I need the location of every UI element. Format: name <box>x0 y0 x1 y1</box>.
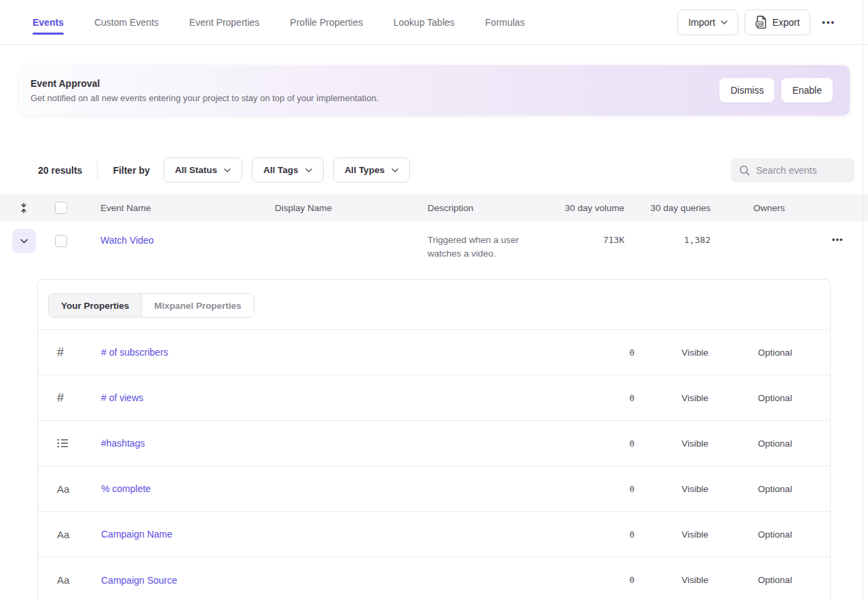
header-description: Description <box>428 203 556 213</box>
types-filter-dropdown[interactable]: All Types <box>333 157 410 183</box>
property-visibility: Visible <box>655 393 735 403</box>
property-value: 0 <box>594 484 655 494</box>
property-value: 0 <box>594 438 655 449</box>
property-value: 0 <box>594 529 655 540</box>
banner-text: Event Approval Get notified on all new e… <box>31 78 379 103</box>
tags-filter-dropdown[interactable]: All Tags <box>252 157 324 183</box>
header-display-name: Display Name <box>275 203 428 213</box>
property-requirement: Optional <box>735 393 815 403</box>
chevron-down-icon <box>721 20 728 24</box>
text-property-icon: Aa <box>57 529 69 540</box>
property-row: # # of subscribers 0 Visible Optional <box>38 330 830 375</box>
results-count: 20 results <box>38 165 82 176</box>
text-property-icon: Aa <box>57 574 69 586</box>
chevron-down-icon <box>20 239 28 244</box>
property-name-link[interactable]: #hashtags <box>101 438 145 449</box>
property-value: 0 <box>594 575 655 585</box>
banner-description: Get notified on all new events entering … <box>31 93 379 103</box>
property-row: # # of views 0 Visible Optional <box>38 375 830 421</box>
filter-dropdowns: All Status All Tags All Types <box>164 157 410 183</box>
collapse-row-button[interactable] <box>12 229 36 253</box>
event-approval-banner: Event Approval Get notified on all new e… <box>19 65 850 115</box>
property-name-link[interactable]: # of subscribers <box>101 347 168 358</box>
row-more-button[interactable]: ••• <box>828 228 848 251</box>
property-list: # # of subscribers 0 Visible Optional # … <box>38 329 830 600</box>
properties-tabs: Your Properties Mixpanel Properties <box>48 293 254 318</box>
events-table-header: Event Name Display Name Description 30 d… <box>0 194 868 221</box>
tab-custom-events[interactable]: Custom Events <box>94 0 159 44</box>
text-property-icon: Aa <box>57 483 69 495</box>
tab-profile-properties[interactable]: Profile Properties <box>290 0 362 44</box>
chevron-down-icon <box>224 168 231 172</box>
top-navigation: Events Custom Events Event Properties Pr… <box>0 0 868 45</box>
search-events-box[interactable] <box>731 158 854 183</box>
property-visibility: Visible <box>655 438 735 449</box>
chevron-down-icon <box>305 168 312 172</box>
search-icon <box>739 165 750 176</box>
property-row: Aa Campaign Source 0 Visible Optional <box>38 557 830 600</box>
property-requirement: Optional <box>735 529 815 540</box>
filters-toolbar: 20 results Filter by All Status All Tags… <box>38 157 854 183</box>
nav-more-button[interactable]: ••• <box>816 10 841 35</box>
banner-title: Event Approval <box>31 78 379 89</box>
property-name-link[interactable]: # of views <box>101 392 143 403</box>
filter-by-label: Filter by <box>113 165 149 176</box>
tab-events[interactable]: Events <box>33 0 64 44</box>
csv-file-icon: csv <box>755 16 767 29</box>
types-filter-value: All Types <box>345 165 385 175</box>
event-name-link[interactable]: Watch Video <box>100 235 154 246</box>
tags-filter-value: All Tags <box>263 165 299 175</box>
tab-event-properties[interactable]: Event Properties <box>189 0 260 44</box>
property-name-link[interactable]: Campaign Source <box>101 575 177 586</box>
property-requirement: Optional <box>735 438 815 449</box>
property-name-link[interactable]: Campaign Name <box>101 529 172 540</box>
lexicon-events-page: Events Custom Events Event Properties Pr… <box>0 0 868 600</box>
property-requirement: Optional <box>735 348 815 358</box>
tab-mixpanel-properties[interactable]: Mixpanel Properties <box>142 294 253 317</box>
property-value: 0 <box>594 348 655 358</box>
dismiss-button[interactable]: Dismiss <box>719 78 774 102</box>
export-button-label: Export <box>772 17 799 28</box>
properties-panel: Your Properties Mixpanel Properties # # … <box>37 279 831 600</box>
nav-actions: Import csv Export ••• <box>677 10 841 35</box>
property-visibility: Visible <box>655 575 735 585</box>
event-description: Triggered when a user watches a video. <box>428 221 553 261</box>
toolbar-divider <box>97 162 98 179</box>
enable-button[interactable]: Enable <box>781 78 833 102</box>
row-checkbox[interactable] <box>55 235 67 247</box>
import-button[interactable]: Import <box>677 10 738 35</box>
property-name-link[interactable]: % complete <box>101 483 151 494</box>
property-row: Aa % complete 0 Visible Optional <box>38 466 830 512</box>
chevron-down-icon <box>392 168 398 172</box>
property-requirement: Optional <box>735 575 815 585</box>
select-all-checkbox[interactable] <box>55 202 67 214</box>
property-row: Aa Campaign Name 0 Visible Optional <box>38 512 830 557</box>
header-event-name: Event Name <box>100 203 275 213</box>
export-button[interactable]: csv Export <box>744 10 810 35</box>
number-property-icon: # <box>57 345 64 360</box>
collapse-all-icon <box>20 202 28 214</box>
import-button-label: Import <box>688 17 715 28</box>
status-filter-value: All Status <box>175 165 217 175</box>
event-row-watch-video: Watch Video Triggered when a user watche… <box>0 221 868 279</box>
property-row: #hashtags 0 Visible Optional <box>38 421 830 466</box>
number-property-icon: # <box>57 391 64 405</box>
search-events-input[interactable] <box>756 165 846 176</box>
header-queries: 30 day queries <box>624 203 711 213</box>
tab-formulas[interactable]: Formulas <box>485 0 525 44</box>
property-visibility: Visible <box>655 484 735 494</box>
property-visibility: Visible <box>655 348 735 358</box>
property-visibility: Visible <box>655 529 735 540</box>
tab-lookup-tables[interactable]: Lookup Tables <box>394 0 455 44</box>
nav-tab-list: Events Custom Events Event Properties Pr… <box>33 0 525 44</box>
status-filter-dropdown[interactable]: All Status <box>164 157 242 183</box>
scrollbar-track-edge <box>863 0 863 600</box>
collapse-all-button[interactable] <box>0 202 48 214</box>
event-queries: 1,382 <box>624 221 711 245</box>
banner-actions: Dismiss Enable <box>719 78 833 102</box>
event-volume: 713K <box>556 221 624 245</box>
tab-your-properties[interactable]: Your Properties <box>49 294 142 317</box>
property-requirement: Optional <box>735 484 815 494</box>
svg-text:csv: csv <box>757 22 762 26</box>
properties-tab-bar: Your Properties Mixpanel Properties <box>38 280 830 329</box>
